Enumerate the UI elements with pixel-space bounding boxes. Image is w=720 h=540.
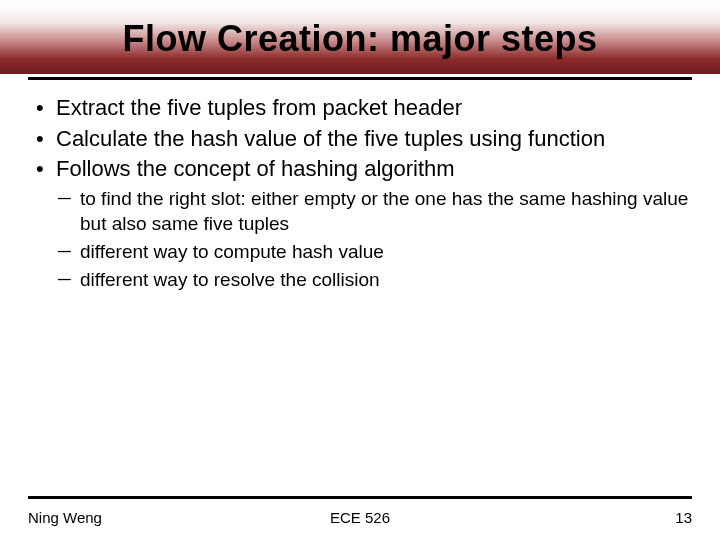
bullet-item: Calculate the hash value of the five tup… [28, 125, 692, 154]
content-area: Extract the five tuples from packet head… [0, 80, 720, 294]
footer-course: ECE 526 [249, 509, 470, 526]
bullet-item: Follows the concept of hashing algorithm [28, 155, 692, 184]
sub-bullet-item: to find the right slot: either empty or … [28, 186, 692, 237]
footer: Ning Weng ECE 526 13 [28, 509, 692, 526]
footer-page-number: 13 [471, 509, 692, 526]
slide: Flow Creation: major steps Extract the f… [0, 0, 720, 540]
title-band: Flow Creation: major steps [0, 0, 720, 74]
footer-author: Ning Weng [28, 509, 249, 526]
sub-bullet-list: to find the right slot: either empty or … [28, 186, 692, 293]
slide-title: Flow Creation: major steps [0, 18, 720, 60]
bullet-list: Extract the five tuples from packet head… [28, 94, 692, 184]
sub-bullet-item: different way to compute hash value [28, 239, 692, 265]
footer-area: Ning Weng ECE 526 13 [0, 496, 720, 526]
sub-bullet-item: different way to resolve the collision [28, 267, 692, 293]
bullet-item: Extract the five tuples from packet head… [28, 94, 692, 123]
footer-rule [28, 496, 692, 499]
